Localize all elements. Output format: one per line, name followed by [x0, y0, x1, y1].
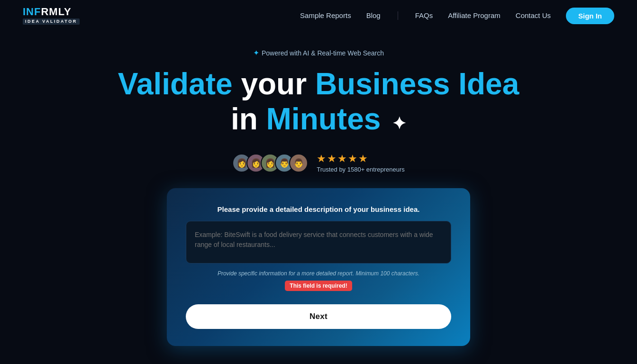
hero-title: Validate your Business Idea in Minutes ✦ [118, 67, 519, 136]
nav-sample-reports[interactable]: Sample Reports [300, 11, 351, 19]
nav-affiliate[interactable]: Affiliate Program [448, 11, 500, 19]
form-hint: Provide specific information for a more … [186, 270, 451, 277]
hero-in: in [231, 102, 258, 136]
idea-textarea[interactable] [186, 221, 451, 264]
nav-divider [398, 11, 398, 20]
nav-links: Sample Reports Blog FAQs Affiliate Progr… [300, 8, 614, 24]
hero-section: ✦ Powered with AI & Real-time Web Search… [0, 31, 637, 364]
powered-text: Powered with AI & Real-time Web Search [262, 49, 384, 57]
trust-count: Trusted by 1580+ entrepreneurs [317, 166, 405, 173]
sparkle-icon: ✦ [253, 48, 259, 57]
nav-contact[interactable]: Contact Us [516, 11, 551, 19]
error-badge: This field is required! [285, 281, 352, 291]
trust-info: ★★★★★ Trusted by 1580+ entrepreneurs [317, 153, 405, 173]
signin-button[interactable]: Sign In [566, 8, 614, 24]
logo-tagline: IDEA VALIDATOR [23, 18, 80, 25]
next-button[interactable]: Next [186, 304, 451, 329]
avatar-stack: 👩 👩 👩 👨 👨 [232, 154, 308, 173]
form-label: Please provide a detailed description of… [186, 205, 451, 213]
powered-badge: ✦ Powered with AI & Real-time Web Search [253, 48, 384, 57]
form-card: Please provide a detailed description of… [167, 188, 470, 346]
hero-business-idea: Business Idea [315, 67, 519, 101]
hero-your: your [241, 67, 307, 101]
logo[interactable]: INFRMLY IDEA VALIDATOR [23, 7, 80, 25]
hero-minutes: Minutes [266, 102, 381, 136]
hero-validate: Validate [118, 67, 233, 101]
star-rating: ★★★★★ [317, 153, 369, 165]
avatar: 👨 [289, 154, 308, 173]
trust-row: 👩 👩 👩 👨 👨 ★★★★★ Trusted by 1580+ entrepr… [232, 153, 405, 173]
nav-blog[interactable]: Blog [366, 11, 381, 19]
sparkle-gold-icon: ✦ [392, 114, 406, 133]
logo-text: INFRMLY [23, 7, 80, 17]
navbar: INFRMLY IDEA VALIDATOR Sample Reports Bl… [0, 0, 637, 31]
nav-faqs[interactable]: FAQs [415, 11, 433, 19]
